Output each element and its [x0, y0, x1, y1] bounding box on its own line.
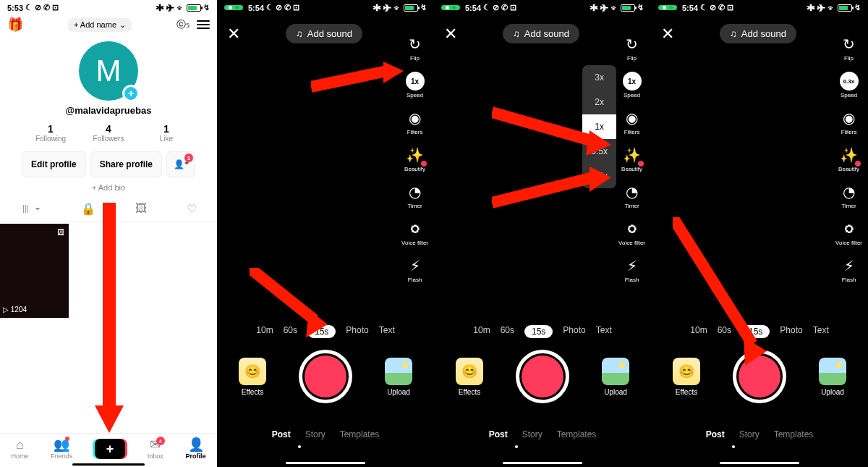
mode-story[interactable]: Story: [522, 429, 542, 439]
coin-icon[interactable]: ⓒ₅: [176, 18, 190, 31]
tab-lock-icon[interactable]: 🔒: [81, 202, 95, 216]
upload-button[interactable]: Upload: [819, 358, 846, 396]
tab-repost-icon[interactable]: 🖼: [135, 202, 147, 216]
dur-10m[interactable]: 10m: [256, 325, 273, 338]
tool-speed[interactable]: 0.3xSpeed: [840, 72, 859, 98]
dur-photo[interactable]: Photo: [346, 325, 368, 338]
dur-15s[interactable]: 15s: [741, 325, 770, 338]
mode-post[interactable]: Post: [706, 429, 725, 439]
tool-voice[interactable]: ⭘Voice filter: [618, 219, 645, 246]
tool-timer[interactable]: ◔Timer: [840, 182, 859, 209]
speed-3x[interactable]: 3x: [582, 65, 616, 90]
dur-15s[interactable]: 15s: [524, 325, 553, 338]
effects-button[interactable]: 😊Effects: [456, 358, 483, 396]
dur-text[interactable]: Text: [379, 325, 395, 338]
tool-flash[interactable]: ⚡︎Flash: [623, 256, 642, 283]
status-icons-right: ✱ ✈ ᯤ: [373, 4, 401, 12]
dur-60s[interactable]: 60s: [284, 325, 297, 338]
stat-likes[interactable]: 1 Like: [137, 123, 195, 143]
video-thumbnail[interactable]: 🖼 ▷ 1204: [0, 224, 69, 318]
record-button[interactable]: [299, 350, 352, 403]
status-bar: 5:54☾ ⊘ ✆ ⊡ ✱ ✈ ᯤ↯: [651, 0, 868, 14]
mode-templates[interactable]: Templates: [774, 429, 814, 439]
tool-voice[interactable]: ⭘Voice filter: [835, 219, 862, 246]
dur-15s[interactable]: 15s: [307, 325, 336, 338]
nav-create-button[interactable]: +: [95, 439, 125, 459]
tool-speed[interactable]: 1xSpeed: [623, 72, 642, 98]
avatar-plus-icon[interactable]: +: [122, 85, 140, 102]
tool-flash[interactable]: ⚡︎Flash: [840, 256, 859, 283]
tool-flip[interactable]: ↻Flip: [623, 35, 642, 62]
tool-filters[interactable]: ◉Filters: [840, 109, 859, 135]
username[interactable]: @malavidapruebas: [66, 105, 152, 116]
tool-timer[interactable]: ◔Timer: [406, 182, 425, 209]
tool-beautify[interactable]: ✨Beautify: [404, 146, 425, 172]
mode-story[interactable]: Story: [305, 429, 326, 439]
dur-text[interactable]: Text: [596, 325, 612, 338]
beautify-icon: ✨: [623, 146, 642, 164]
tab-grid-icon[interactable]: ⫼ ▾: [20, 202, 41, 216]
record-button[interactable]: [733, 350, 786, 403]
speed-1x[interactable]: 1x: [582, 114, 616, 139]
speed-03x[interactable]: 0.3x: [582, 164, 616, 188]
nav-home[interactable]: ⌂Home: [11, 438, 28, 460]
avatar[interactable]: M +: [79, 41, 138, 101]
add-bio-button[interactable]: + Add bio: [0, 183, 217, 192]
gift-icon[interactable]: 🎁: [7, 17, 23, 33]
effects-button[interactable]: 😊Effects: [239, 358, 266, 396]
upload-button[interactable]: Upload: [385, 358, 412, 396]
tool-beautify[interactable]: ✨Beautify: [621, 146, 642, 172]
upload-button[interactable]: Upload: [602, 358, 629, 396]
add-sound-button[interactable]: ♫Add sound: [503, 24, 579, 43]
menu-icon[interactable]: [197, 20, 210, 29]
tool-voice[interactable]: ⭘Voice filter: [401, 219, 428, 246]
edit-profile-button[interactable]: Edit profile: [22, 151, 86, 177]
mode-story[interactable]: Story: [739, 429, 760, 439]
avatar-initial: M: [96, 54, 122, 88]
voice-icon: ⭘: [406, 219, 425, 238]
mode-indicator: [732, 445, 735, 448]
add-name-label: + Add name: [74, 20, 116, 29]
record-button[interactable]: [516, 350, 569, 403]
add-name-button[interactable]: + Add name ⌄: [68, 18, 132, 32]
mode-post[interactable]: Post: [272, 429, 291, 439]
close-button[interactable]: ✕: [227, 25, 240, 43]
home-indicator: [72, 463, 145, 466]
share-profile-button[interactable]: Share profile: [90, 151, 162, 177]
close-button[interactable]: ✕: [661, 25, 674, 43]
tool-flip[interactable]: ↻Flip: [406, 35, 425, 62]
upload-icon: [602, 358, 629, 385]
stat-followers[interactable]: 4 Followers: [80, 123, 137, 143]
speed-05x[interactable]: 0.5x: [582, 139, 616, 164]
dur-60s[interactable]: 60s: [501, 325, 514, 338]
speed-2x[interactable]: 2x: [582, 90, 616, 114]
add-sound-button[interactable]: ♫Add sound: [286, 24, 362, 43]
dur-60s[interactable]: 60s: [718, 325, 731, 338]
dur-10m[interactable]: 10m: [473, 325, 490, 338]
tool-flash[interactable]: ⚡︎Flash: [406, 256, 425, 283]
tool-flip[interactable]: ↻Flip: [840, 35, 859, 62]
tool-filters[interactable]: ◉Filters: [406, 109, 425, 135]
nav-profile[interactable]: 👤Profile: [186, 438, 206, 460]
tool-beautify[interactable]: ✨Beautify: [838, 146, 859, 172]
status-icons-right: ✱ ✈ ᯤ: [156, 4, 184, 12]
dur-10m[interactable]: 10m: [690, 325, 707, 338]
dur-text[interactable]: Text: [813, 325, 829, 338]
tab-heart-icon[interactable]: ♡: [187, 202, 197, 216]
dur-photo[interactable]: Photo: [563, 325, 585, 338]
mode-templates[interactable]: Templates: [340, 429, 380, 439]
tool-filters[interactable]: ◉Filters: [623, 109, 642, 135]
add-user-button[interactable]: 👤⁺ 1: [166, 151, 195, 177]
stat-following[interactable]: 1 Following: [22, 123, 80, 143]
status-time: 5:53: [7, 4, 23, 12]
dur-photo[interactable]: Photo: [780, 325, 802, 338]
close-button[interactable]: ✕: [444, 25, 457, 43]
tool-timer[interactable]: ◔Timer: [623, 182, 642, 209]
mode-post[interactable]: Post: [489, 429, 508, 439]
nav-inbox[interactable]: ✉Inbox4: [148, 438, 163, 460]
add-sound-button[interactable]: ♫Add sound: [720, 24, 796, 43]
mode-templates[interactable]: Templates: [557, 429, 597, 439]
effects-button[interactable]: 😊Effects: [673, 358, 700, 396]
nav-friends[interactable]: 👥Friends: [51, 438, 72, 460]
tool-speed[interactable]: 1xSpeed: [406, 72, 425, 98]
